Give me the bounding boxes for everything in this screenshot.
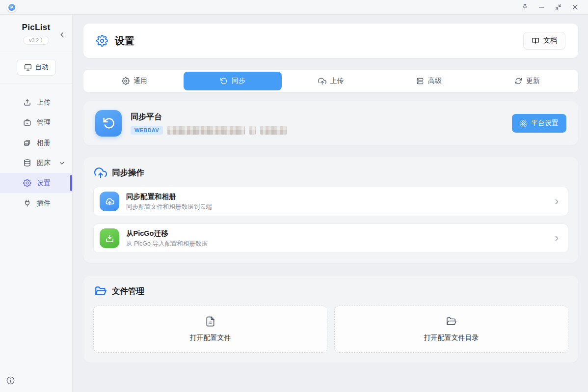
sidebar-nav: 上传 管理 相册 图床: [0, 92, 72, 213]
app-logo-icon: P: [7, 2, 17, 12]
titlebar: P: [0, 0, 588, 15]
sidebar-item-label: 管理: [37, 118, 51, 127]
tab-label: 高级: [428, 77, 442, 85]
cloud-upload-icon: [318, 77, 326, 85]
gear-icon: [122, 77, 130, 85]
censored-sync-url: [249, 126, 256, 135]
import-icon: [100, 228, 119, 248]
album-icon: [23, 139, 31, 147]
app-name: PicList: [22, 23, 51, 32]
sidebar-item-label: 插件: [37, 199, 51, 208]
tab-label: 更新: [526, 77, 540, 85]
op-item-subtitle: 同步配置文件和相册数据到云端: [126, 203, 553, 211]
sync-icon: [220, 77, 228, 85]
info-icon[interactable]: [6, 376, 15, 385]
sidebar-item-label: 相册: [37, 139, 51, 147]
image-bed-icon: [23, 159, 31, 167]
sidebar-item-label: 上传: [37, 98, 51, 107]
platform-settings-label: 平台设置: [531, 119, 559, 128]
sidebar: PicList v3.2.1 自动 上传: [0, 15, 73, 392]
folder-open-icon: [94, 285, 107, 298]
refresh-icon: [514, 77, 522, 85]
upload-icon: [23, 98, 31, 107]
censored-sync-url: [260, 126, 287, 135]
file-text-icon: [205, 316, 216, 327]
settings-tabbar: 通用 同步 上传 高级: [83, 70, 578, 92]
op-item-title: 从PicGo迁移: [126, 229, 553, 238]
sidebar-item-upload[interactable]: 上传: [0, 92, 72, 112]
restore-icon[interactable]: [550, 0, 566, 14]
migrate-from-picgo-item[interactable]: 从PicGo迁移 从 PicGo 导入配置和相册数据: [93, 224, 568, 253]
op-item-subtitle: 从 PicGo 导入配置和相册数据: [126, 240, 553, 248]
file-action-label: 打开配置文件: [190, 334, 231, 342]
auto-mode-button[interactable]: 自动: [17, 59, 56, 76]
sidebar-item-image-bed[interactable]: 图床: [0, 153, 72, 173]
book-icon: [532, 37, 539, 45]
platform-settings-button[interactable]: 平台设置: [512, 114, 566, 133]
tab-advanced[interactable]: 高级: [380, 72, 478, 90]
sync-operations-card: 同步操作 同步配置和相册 同步配置文件和相册数据到云端: [83, 157, 578, 263]
plugin-icon: [23, 199, 31, 207]
sync-config-albums-item[interactable]: 同步配置和相册 同步配置文件和相册数据到云端: [93, 187, 568, 216]
file-action-label: 打开配置文件目录: [424, 334, 479, 342]
file-management-card: 文件管理 打开配置文件 打开配置文件目录: [83, 276, 578, 363]
op-item-title: 同步配置和相册: [126, 192, 553, 201]
open-config-folder-button[interactable]: 打开配置文件目录: [334, 306, 568, 353]
version-badge: v3.2.1: [23, 36, 49, 45]
tab-sync[interactable]: 同步: [184, 72, 282, 90]
censored-sync-url: [167, 126, 245, 135]
close-icon[interactable]: [566, 0, 583, 14]
sidebar-collapse-icon[interactable]: [59, 31, 65, 38]
open-config-file-button[interactable]: 打开配置文件: [93, 306, 327, 353]
monitor-icon: [24, 63, 32, 71]
settings-icon: [23, 179, 31, 187]
gear-icon: [96, 35, 108, 47]
sidebar-item-album[interactable]: 相册: [0, 133, 72, 153]
file-management-title: 文件管理: [112, 286, 144, 297]
cloud-upload-icon: [94, 167, 107, 179]
tab-general[interactable]: 通用: [85, 72, 184, 90]
chevron-right-icon: [553, 234, 561, 243]
sidebar-item-label: 设置: [37, 179, 51, 188]
main-content: 设置 文档 通用 同步: [73, 15, 588, 392]
sidebar-item-label: 图床: [37, 159, 51, 168]
sync-platform-card: 同步平台 WEBDAV 平台设置: [83, 101, 578, 145]
sidebar-item-settings[interactable]: 设置: [0, 173, 72, 193]
sync-platform-title: 同步平台: [131, 112, 512, 122]
sidebar-item-manage[interactable]: 管理: [0, 112, 72, 133]
pin-icon[interactable]: [516, 0, 533, 14]
page-title: 设置: [115, 34, 134, 48]
sidebar-divider: [0, 83, 72, 84]
platform-badge: WEBDAV: [131, 126, 163, 135]
minimize-icon[interactable]: [533, 0, 550, 14]
tab-upload[interactable]: 上传: [282, 72, 380, 90]
cloud-upload-icon: [100, 192, 119, 211]
docs-button-label: 文档: [543, 36, 557, 45]
tab-label: 通用: [134, 77, 147, 85]
manage-icon: [23, 118, 31, 127]
auto-mode-label: 自动: [35, 63, 49, 72]
chevron-down-icon: [59, 160, 65, 166]
sync-platform-icon: [95, 110, 122, 137]
stack-icon: [416, 77, 424, 85]
sync-operations-title: 同步操作: [112, 168, 144, 178]
tab-update[interactable]: 更新: [478, 72, 576, 90]
gear-icon: [520, 120, 527, 127]
settings-header: 设置 文档: [83, 24, 578, 58]
sidebar-item-plugins[interactable]: 插件: [0, 193, 72, 213]
folder-icon: [446, 316, 457, 327]
docs-button[interactable]: 文档: [523, 32, 565, 50]
chevron-right-icon: [553, 197, 561, 206]
tab-label: 同步: [232, 77, 245, 85]
window-controls: [516, 0, 583, 14]
tab-label: 上传: [330, 77, 344, 85]
